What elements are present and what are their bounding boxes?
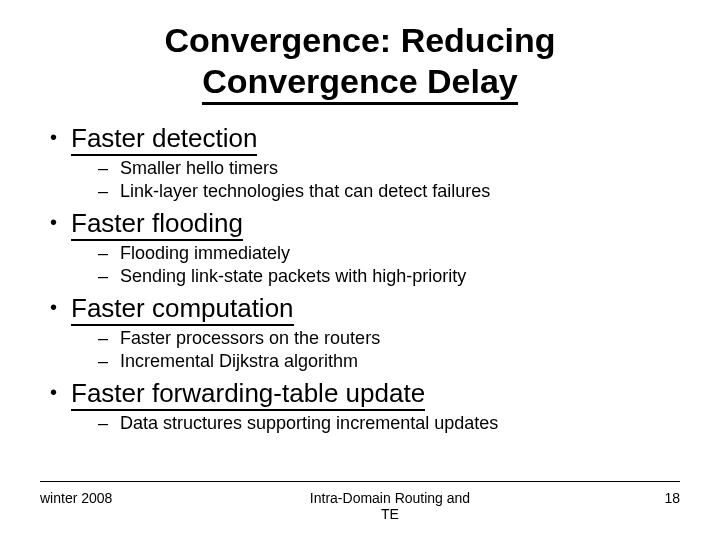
bullet-item: • Faster forwarding-table update [50, 378, 680, 411]
sub-bullet-item: –Data structures supporting incremental … [98, 413, 680, 434]
sub-bullet-text: Incremental Dijkstra algorithm [120, 351, 358, 372]
dash-icon: – [98, 413, 108, 434]
slide: Convergence: Reducing Convergence Delay … [0, 0, 720, 434]
bullet-dot-icon: • [50, 123, 57, 151]
sub-bullet-text: Sending link-state packets with high-pri… [120, 266, 466, 287]
title-line-1: Convergence: Reducing [40, 20, 680, 61]
bullet-item: • Faster flooding [50, 208, 680, 241]
footer-center-line-1: Intra-Domain Routing and [140, 490, 640, 506]
bullet-text: Faster detection [71, 123, 257, 156]
dash-icon: – [98, 266, 108, 287]
sub-bullet-item: –Link-layer technologies that can detect… [98, 181, 680, 202]
sub-bullet-item: –Smaller hello timers [98, 158, 680, 179]
title-line-2: Convergence Delay [40, 61, 680, 105]
bullet-item: • Faster detection [50, 123, 680, 156]
sub-bullet-text: Link-layer technologies that can detect … [120, 181, 490, 202]
footer-subject: Intra-Domain Routing and TE [140, 490, 640, 522]
bullet-text: Faster forwarding-table update [71, 378, 425, 411]
footer-page-number: 18 [640, 490, 680, 506]
sub-bullet-item: –Faster processors on the routers [98, 328, 680, 349]
bullet-dot-icon: • [50, 293, 57, 321]
footer-divider [40, 481, 680, 482]
bullet-text: Faster computation [71, 293, 294, 326]
sub-bullet-item: –Sending link-state packets with high-pr… [98, 266, 680, 287]
sub-bullet-item: –Incremental Dijkstra algorithm [98, 351, 680, 372]
sub-bullet-text: Flooding immediately [120, 243, 290, 264]
bullet-dot-icon: • [50, 208, 57, 236]
bullet-dot-icon: • [50, 378, 57, 406]
dash-icon: – [98, 158, 108, 179]
footer-center-line-2: TE [140, 506, 640, 522]
sub-bullet-text: Data structures supporting incremental u… [120, 413, 498, 434]
sub-bullet-text: Smaller hello timers [120, 158, 278, 179]
slide-footer: winter 2008 Intra-Domain Routing and TE … [0, 490, 720, 522]
sub-bullet-item: –Flooding immediately [98, 243, 680, 264]
dash-icon: – [98, 328, 108, 349]
dash-icon: – [98, 351, 108, 372]
footer-date: winter 2008 [40, 490, 140, 506]
bullet-text: Faster flooding [71, 208, 243, 241]
bullet-item: • Faster computation [50, 293, 680, 326]
slide-title: Convergence: Reducing Convergence Delay [40, 20, 680, 105]
dash-icon: – [98, 243, 108, 264]
sub-bullet-text: Faster processors on the routers [120, 328, 380, 349]
dash-icon: – [98, 181, 108, 202]
title-underline-text: Convergence Delay [202, 61, 518, 105]
content-area: • Faster detection –Smaller hello timers… [40, 123, 680, 434]
